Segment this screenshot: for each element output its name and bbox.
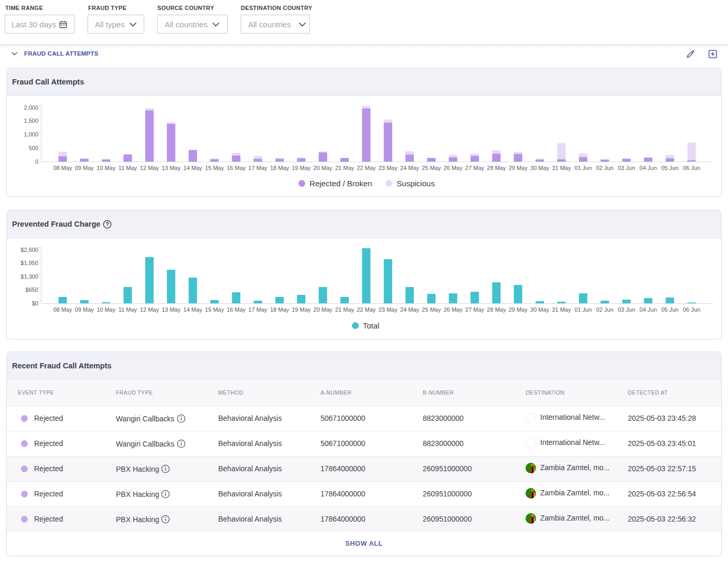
svg-text:03 Jun: 03 Jun [618, 165, 635, 171]
svg-text:500: 500 [29, 145, 38, 151]
svg-text:1,000: 1,000 [24, 131, 38, 137]
svg-text:11 May: 11 May [119, 165, 137, 171]
svg-text:13 May: 13 May [162, 306, 181, 313]
svg-text:18 May: 18 May [270, 306, 290, 313]
svg-text:05 Jun: 05 Jun [661, 306, 679, 313]
svg-text:04 Jun: 04 Jun [639, 165, 657, 171]
svg-text:$0: $0 [32, 300, 38, 306]
svg-text:01 Jun: 01 Jun [574, 306, 592, 313]
svg-text:24 May: 24 May [400, 306, 420, 313]
svg-text:21 May: 21 May [335, 165, 355, 171]
svg-text:25 May: 25 May [422, 165, 441, 171]
svg-text:28 May: 28 May [487, 306, 506, 313]
svg-text:12 May: 12 May [140, 165, 159, 171]
svg-text:29 May: 29 May [509, 306, 528, 313]
svg-text:09 May: 09 May [75, 306, 94, 313]
svg-text:19 May: 19 May [292, 165, 311, 171]
svg-text:27 May: 27 May [465, 306, 485, 313]
svg-text:22 May: 22 May [357, 165, 376, 171]
svg-text:08 May: 08 May [53, 306, 72, 313]
svg-text:26 May: 26 May [444, 165, 463, 171]
svg-text:02 Jun: 02 Jun [596, 165, 614, 171]
svg-text:14 May: 14 May [184, 306, 203, 313]
svg-text:15 May: 15 May [205, 306, 224, 313]
svg-text:14 May: 14 May [184, 165, 203, 171]
svg-text:12 May: 12 May [140, 306, 159, 313]
svg-text:13 May: 13 May [162, 165, 181, 171]
svg-text:18 May: 18 May [270, 165, 290, 171]
svg-text:25 May: 25 May [422, 306, 441, 313]
svg-text:31 May: 31 May [552, 165, 571, 171]
svg-text:$1,950: $1,950 [20, 260, 38, 266]
svg-text:16 May: 16 May [227, 165, 246, 171]
svg-text:23 May: 23 May [379, 165, 398, 171]
svg-text:06 Jun: 06 Jun [683, 165, 700, 171]
svg-text:10 May: 10 May [97, 165, 116, 171]
svg-text:17 May: 17 May [249, 165, 268, 171]
svg-text:01 Jun: 01 Jun [574, 165, 592, 171]
svg-text:30 May: 30 May [530, 306, 550, 313]
svg-text:$2,600: $2,600 [20, 247, 38, 253]
svg-text:26 May: 26 May [444, 306, 463, 313]
svg-text:09 May: 09 May [75, 165, 94, 171]
svg-text:05 Jun: 05 Jun [661, 165, 679, 171]
svg-text:15 May: 15 May [205, 165, 224, 171]
svg-text:08 May: 08 May [53, 165, 72, 171]
svg-text:20 May: 20 May [314, 165, 333, 171]
svg-text:03 Jun: 03 Jun [618, 306, 635, 313]
svg-text:1,500: 1,500 [24, 118, 38, 124]
svg-text:06 Jun: 06 Jun [683, 306, 700, 313]
svg-text:30 May: 30 May [530, 165, 550, 171]
svg-text:23 May: 23 May [379, 306, 398, 313]
svg-text:20 May: 20 May [314, 306, 333, 313]
svg-text:$650: $650 [26, 287, 38, 293]
svg-text:04 Jun: 04 Jun [639, 306, 657, 313]
svg-text:27 May: 27 May [465, 165, 485, 171]
svg-text:$1,300: $1,300 [20, 273, 38, 280]
svg-text:28 May: 28 May [487, 165, 506, 171]
svg-text:17 May: 17 May [249, 306, 268, 313]
svg-text:22 May: 22 May [357, 306, 376, 313]
svg-text:10 May: 10 May [97, 306, 116, 313]
svg-text:29 May: 29 May [509, 165, 528, 171]
svg-text:31 May: 31 May [552, 306, 571, 313]
svg-text:21 May: 21 May [335, 306, 355, 313]
svg-text:02 Jun: 02 Jun [596, 306, 614, 313]
svg-text:24 May: 24 May [400, 165, 420, 171]
svg-text:11 May: 11 May [119, 306, 137, 313]
svg-text:?: ? [106, 221, 110, 227]
svg-text:16 May: 16 May [227, 306, 246, 313]
svg-text:0: 0 [35, 158, 38, 165]
svg-text:19 May: 19 May [292, 306, 311, 313]
svg-text:2,000: 2,000 [24, 104, 38, 111]
